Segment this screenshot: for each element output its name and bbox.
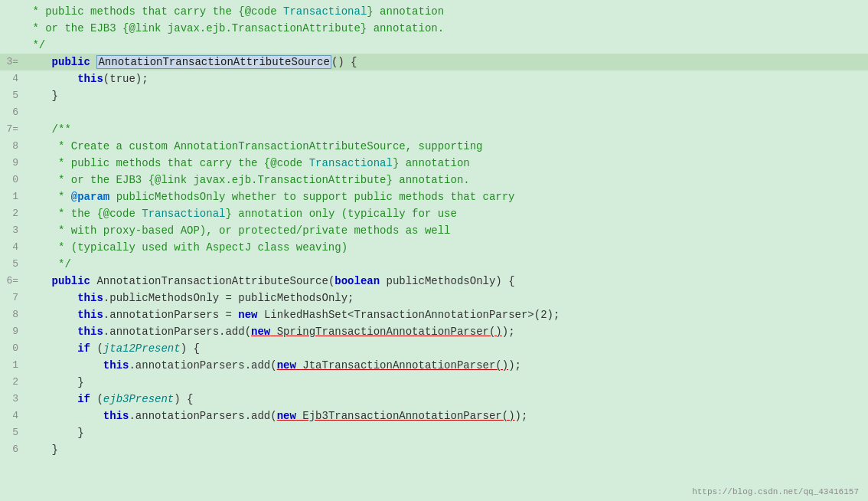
- code-line: 6= public AnnotationTransactionAttribute…: [0, 273, 868, 290]
- code-container: * public methods that carry the {@code T…: [0, 0, 868, 501]
- code-line: * public methods that carry the {@code T…: [0, 3, 868, 20]
- code-line: 4 this(true);: [0, 70, 868, 87]
- code-line: 2 }: [0, 374, 868, 391]
- code-line: 1 this.annotationParsers.add(new JtaTran…: [0, 357, 868, 374]
- code-line: 3 if (ejb3Present) {: [0, 391, 868, 408]
- line-number: 6: [0, 441, 24, 458]
- watermark: https://blog.csdn.net/qq_43416157: [692, 487, 859, 496]
- line-number: 8: [0, 138, 24, 155]
- line-number: 7=: [0, 121, 24, 138]
- line-content: /**: [24, 121, 868, 138]
- code-line: */: [0, 37, 868, 54]
- line-content: * public methods that carry the {@code T…: [24, 155, 868, 172]
- code-line: 3 * with proxy-based AOP), or protected/…: [0, 222, 868, 239]
- code-line: 9 * public methods that carry the {@code…: [0, 155, 868, 172]
- selected-line: 3= public AnnotationTransactionAttribute…: [0, 54, 868, 70]
- line-content: }: [24, 374, 868, 391]
- line-number: 2: [0, 205, 24, 222]
- code-line: 1 * @param publicMethodsOnly whether to …: [0, 188, 868, 205]
- line-content: }: [24, 424, 868, 441]
- line-content: * with proxy-based AOP), or protected/pr…: [24, 222, 868, 239]
- line-number: 1: [0, 188, 24, 205]
- line-content: this.annotationParsers.add(new JtaTransa…: [24, 357, 868, 374]
- line-number: 9: [0, 323, 24, 340]
- line-number: 0: [0, 172, 24, 188]
- line-content: this(true);: [24, 70, 868, 87]
- code-line: 4 * (typically used with AspectJ class w…: [0, 239, 868, 256]
- line-content: * @param publicMethodsOnly whether to su…: [24, 188, 868, 205]
- line-number: 7: [0, 290, 24, 306]
- line-number: 9: [0, 155, 24, 172]
- code-line: 9 this.annotationParsers.add(new SpringT…: [0, 323, 868, 340]
- code-line: 5 }: [0, 424, 868, 441]
- line-content: public AnnotationTransactionAttributeSou…: [24, 54, 868, 70]
- line-number: 8: [0, 306, 24, 323]
- line-number: 3=: [0, 54, 24, 70]
- code-line: 0 * or the EJB3 {@link javax.ejb.Transac…: [0, 172, 868, 188]
- line-content: public AnnotationTransactionAttributeSou…: [24, 273, 868, 290]
- code-line: 5 */: [0, 256, 868, 273]
- code-line: 0 if (jta12Present) {: [0, 340, 868, 357]
- line-number: 0: [0, 340, 24, 357]
- line-content: * public methods that carry the {@code T…: [24, 3, 868, 20]
- line-content: * or the EJB3 {@link javax.ejb.Transacti…: [24, 172, 868, 188]
- code-line: 4 this.annotationParsers.add(new Ejb3Tra…: [0, 408, 868, 424]
- code-line: 8 this.annotationParsers = new LinkedHas…: [0, 306, 868, 323]
- line-content: if (jta12Present) {: [24, 340, 868, 357]
- line-content: */: [24, 256, 868, 273]
- line-number: 5: [0, 256, 24, 273]
- line-content: }: [24, 441, 868, 458]
- line-content: this.publicMethodsOnly = publicMethodsOn…: [24, 290, 868, 306]
- code-line: 7 this.publicMethodsOnly = publicMethods…: [0, 290, 868, 306]
- line-content: this.annotationParsers = new LinkedHashS…: [24, 306, 868, 323]
- line-content: * or the EJB3 {@link javax.ejb.Transacti…: [24, 20, 868, 37]
- line-number: 4: [0, 239, 24, 256]
- line-number: 3: [0, 222, 24, 239]
- line-content: * the {@code Transactional} annotation o…: [24, 205, 868, 222]
- line-number: 4: [0, 70, 24, 87]
- code-line: 8 * Create a custom AnnotationTransactio…: [0, 138, 868, 155]
- line-content: this.annotationParsers.add(new Ejb3Trans…: [24, 408, 868, 424]
- line-content: */: [24, 37, 868, 54]
- line-content: }: [24, 87, 868, 104]
- line-content: if (ejb3Present) {: [24, 391, 868, 408]
- code-line: 5 }: [0, 87, 868, 104]
- line-number: 5: [0, 424, 24, 441]
- line-content: * (typically used with AspectJ class wea…: [24, 239, 868, 256]
- line-number: 5: [0, 87, 24, 104]
- line-content: this.annotationParsers.add(new SpringTra…: [24, 323, 868, 340]
- line-number: 6=: [0, 273, 24, 290]
- line-number: 6: [0, 104, 24, 121]
- code-line: * or the EJB3 {@link javax.ejb.Transacti…: [0, 20, 868, 37]
- code-line: 6 }: [0, 441, 868, 458]
- code-line: 7= /**: [0, 121, 868, 138]
- line-number: 1: [0, 357, 24, 374]
- code-line: 2 * the {@code Transactional} annotation…: [0, 205, 868, 222]
- line-number: 4: [0, 408, 24, 424]
- line-content: * Create a custom AnnotationTransactionA…: [24, 138, 868, 155]
- code-line: 6: [0, 104, 868, 121]
- line-number: 3: [0, 391, 24, 408]
- line-number: 2: [0, 374, 24, 391]
